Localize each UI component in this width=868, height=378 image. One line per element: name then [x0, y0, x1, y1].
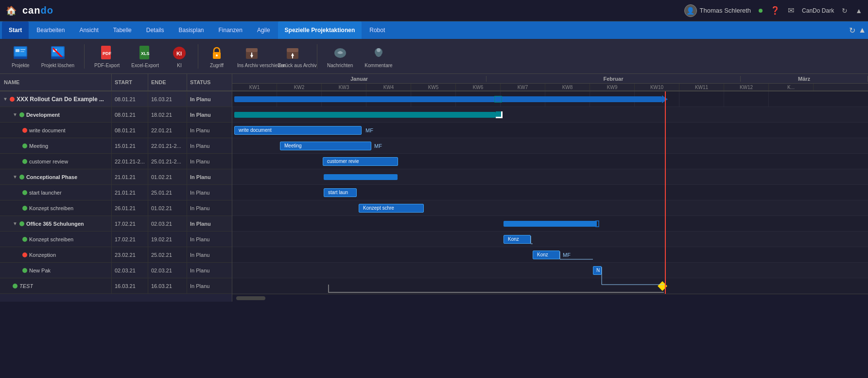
table-row[interactable]: ▼ XXX Rollout Can Do Example ... 08.01.2… [0, 91, 232, 107]
refresh-icon[interactable]: ↻ [842, 7, 848, 15]
table-row[interactable]: ▼ Conceptional Phase 21.01.21 01.02.21 I… [0, 169, 232, 185]
mail-icon[interactable]: ✉ [788, 6, 794, 15]
row-status-4: In Planu [187, 154, 231, 169]
tab-bearbeiten[interactable]: Bearbeiten [30, 21, 71, 39]
gantt-bar-8[interactable] [503, 221, 597, 227]
row-end-3: 22.01.21-2... [148, 138, 187, 153]
table-row[interactable]: Konzeption 23.02.21 25.02.21 In Planu [0, 247, 232, 263]
row-end-10: 25.02.21 [148, 247, 187, 262]
table-row[interactable]: customer review 22.01.21-2... 25.01.21-2… [0, 154, 232, 169]
tool-kommentare-label: Kommentare [365, 63, 392, 68]
row-status-8: In Planu [187, 216, 231, 231]
row-status-6: In Planu [187, 185, 231, 200]
table-row[interactable]: Meeting 15.01.21 22.01.21-2... In Planu [0, 138, 232, 154]
gantt-bar-1[interactable] [234, 112, 496, 118]
month-februar: Februar [486, 76, 741, 82]
tool-archiv-in[interactable]: Ins Archiv verschieben [233, 42, 270, 70]
table-row[interactable]: ▼ Development 08.01.21 18.02.21 In Planu [0, 107, 232, 123]
expand-arrow-5[interactable]: ▼ [13, 174, 17, 180]
gantt-bar-4[interactable]: customer revie [323, 157, 398, 166]
tool-loeschen[interactable]: Projekt löschen [37, 42, 78, 70]
dot-11 [22, 268, 27, 273]
user-name: Thomas Schlereth [700, 7, 751, 14]
gantt-bar-3[interactable]: Meeting [280, 142, 371, 150]
row-text-5: Conceptional Phase [26, 174, 77, 180]
dot-3 [22, 144, 27, 148]
row-end-1: 18.02.21 [148, 107, 187, 122]
tool-ki[interactable]: KI KI [167, 42, 192, 70]
tool-nachrichten[interactable]: Nachrichten [323, 42, 357, 70]
tool-kommentare[interactable]: Kommentare [361, 42, 396, 70]
gantt-row-5 [232, 169, 868, 185]
bottom-scroll[interactable] [232, 294, 868, 302]
row-name-6: start launcher [0, 185, 112, 200]
tab-tabelle[interactable]: Tabelle [106, 21, 139, 39]
nav-collapse-icon[interactable]: ▲ [858, 26, 866, 35]
expand-arrow-1[interactable]: ▼ [13, 112, 17, 117]
table-row[interactable]: Konzept schreiben 26.01.21 01.02.21 In P… [0, 200, 232, 216]
tool-zugriff[interactable]: Zugriff [204, 42, 229, 70]
dot-5 [19, 175, 24, 180]
row-name-7: Konzept schreiben [0, 200, 112, 216]
tool-archiv-out[interactable]: Zurück aus Archiv [274, 42, 311, 70]
svg-rect-2 [16, 49, 19, 52]
tab-ansicht[interactable]: Ansicht [72, 21, 105, 39]
table-row[interactable]: Konzept schreiben 17.02.21 19.02.21 In P… [0, 232, 232, 247]
tab-robot[interactable]: Robot [363, 21, 392, 39]
expand-arrow-0[interactable]: ▼ [3, 96, 8, 102]
row-text-1: Development [26, 112, 60, 118]
gantt-row-0 [232, 91, 868, 107]
week-kw7: KW7 [501, 84, 545, 90]
dot-7 [22, 206, 27, 211]
row-start-12: 16.03.21 [112, 278, 148, 293]
gantt-row-9: Konz [232, 232, 868, 247]
table-row[interactable]: New Pak 02.03.21 02.03.21 In Planu [0, 263, 232, 278]
online-indicator [759, 9, 763, 13]
tool-archiv-in-label: Ins Archiv verschieben [237, 63, 266, 68]
gantt-container: NAME START ENDE STATUS ▼ XXX Rollout Can… [0, 74, 868, 302]
expand-arrow-8[interactable]: ▼ [13, 221, 17, 226]
tool-projekte[interactable]: Projekte [8, 42, 34, 70]
row-status-10: In Planu [187, 247, 231, 262]
tab-finanzen[interactable]: Finanzen [212, 21, 249, 39]
tab-details[interactable]: Details [139, 21, 171, 39]
gantt-bar-2[interactable]: write document [234, 126, 362, 135]
table-row[interactable]: TEST 16.03.21 16.03.21 In Planu [0, 278, 232, 294]
svg-rect-10 [51, 57, 65, 59]
tool-pdf[interactable]: PDF PDF-Export [90, 42, 123, 70]
tool-excel[interactable]: XLS Excel-Export [127, 42, 163, 70]
row-name-11: New Pak [0, 263, 112, 278]
gantt-bar-6[interactable]: start laun [324, 188, 357, 197]
help-icon[interactable]: ❓ [770, 6, 780, 15]
row-start-10: 23.02.21 [112, 247, 148, 262]
nav-refresh-icon[interactable]: ↻ [849, 26, 855, 35]
gantt-bar-0[interactable] [234, 96, 662, 102]
tool-projekte-label: Projekte [12, 63, 30, 68]
collapse-icon[interactable]: ▲ [855, 7, 862, 15]
grid-col [679, 91, 724, 107]
gantt-bar-5[interactable] [324, 174, 398, 180]
pdf-icon: PDF [98, 44, 116, 62]
table-row[interactable]: ▼ Office 365 Schulungen 17.02.21 02.03.2… [0, 216, 232, 232]
table-row[interactable]: start launcher 21.01.21 25.01.21 In Plan… [0, 185, 232, 200]
scroll-thumb[interactable] [236, 296, 265, 300]
svg-rect-20 [246, 48, 258, 52]
gantt-bar-7[interactable]: Konzept schre [359, 204, 424, 213]
excel-icon: XLS [137, 44, 154, 62]
gantt-bar-11[interactable]: N [593, 266, 602, 275]
tab-agile[interactable]: Agile [250, 21, 277, 39]
project-rows: ▼ XXX Rollout Can Do Example ... 08.01.2… [0, 91, 232, 302]
gantt-bar-9[interactable]: Konz [503, 235, 531, 244]
row-start-1: 08.01.21 [112, 107, 148, 122]
row-start-8: 17.02.21 [112, 216, 148, 231]
tab-start[interactable]: Start [2, 21, 29, 39]
table-row[interactable]: write document 08.01.21 22.01.21 In Plan… [0, 123, 232, 138]
user-avatar: 👤 [684, 4, 697, 17]
gantt-bar-10[interactable]: Konz [533, 251, 560, 259]
home-icon[interactable]: 🏠 [6, 5, 17, 16]
tab-spezielle[interactable]: Spezielle Projektaktionen [278, 21, 362, 39]
row-text-3: Meeting [29, 143, 48, 149]
tab-basisplan[interactable]: Basisplan [172, 21, 210, 39]
user-info: 👤 Thomas Schlereth [684, 4, 751, 17]
row-status-2: In Planu [187, 123, 231, 138]
